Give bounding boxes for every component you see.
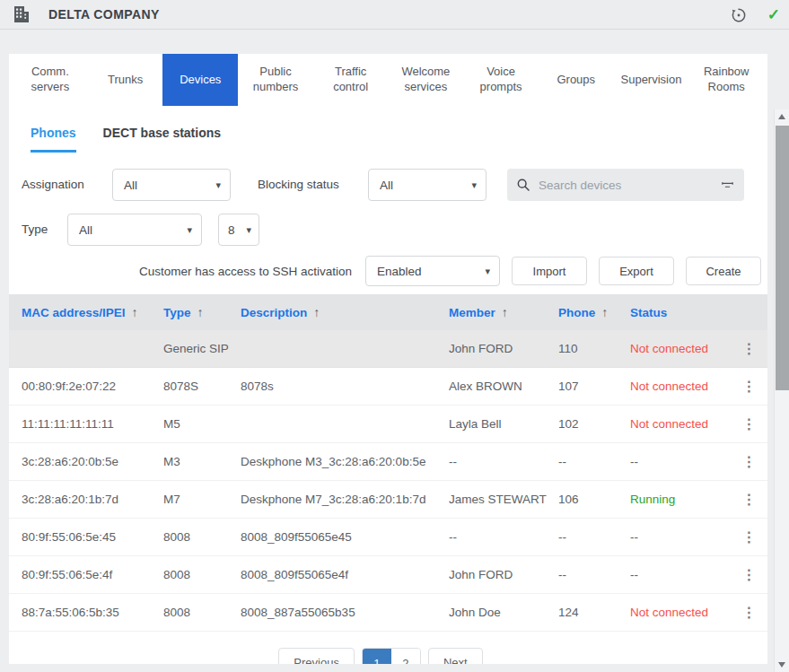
cell-member: --	[449, 455, 558, 468]
assignation-select[interactable]: All ▾	[112, 169, 231, 201]
chevron-down-icon: ▾	[187, 224, 192, 236]
import-button[interactable]: Import	[512, 257, 587, 285]
row-menu-kebab-icon[interactable]: ⋮	[742, 380, 757, 394]
tab-devices[interactable]: Devices	[162, 54, 238, 106]
page-number-group: 1 2	[362, 648, 421, 664]
cell-mac: 3c:28:a6:20:1b:7d	[22, 493, 163, 506]
row-menu-kebab-icon[interactable]: ⋮	[742, 455, 757, 469]
row-menu-kebab-icon[interactable]: ⋮	[742, 342, 757, 356]
column-header-phone[interactable]: Phone ↑	[558, 305, 630, 319]
cell-type: M7	[163, 493, 241, 506]
cell-mac: 80:9f:55:06:5e:4f	[22, 568, 163, 581]
tab-supervision[interactable]: Supervision	[614, 54, 689, 106]
sort-asc-icon: ↑	[132, 305, 138, 319]
table-row[interactable]: Generic SIP John FORD 110 Not connected …	[9, 330, 767, 368]
vertical-scrollbar[interactable]	[774, 109, 789, 672]
cell-member: James STEWART	[449, 493, 558, 506]
cell-description: 8008_809f55065e4f	[241, 568, 449, 581]
cell-description: 8008_887a55065b35	[241, 606, 449, 619]
cell-description: 8078s	[241, 380, 449, 393]
subtab-dect-base-stations[interactable]: DECT base stations	[103, 126, 221, 153]
ssh-activation-select[interactable]: Enabled ▾	[365, 256, 500, 286]
filter-icon[interactable]	[720, 178, 735, 193]
tab-voice-prompts[interactable]: Voice prompts	[463, 54, 539, 106]
column-header-mac[interactable]: MAC address/IPEI ↑	[22, 305, 163, 319]
table-row[interactable]: 3c:28:a6:20:1b:7d M7 Deskphone M7_3c:28:…	[9, 481, 767, 519]
tab-welcome-services[interactable]: Welcome services	[389, 54, 464, 106]
page-title: DELTA COMPANY	[48, 7, 160, 22]
type-label: Type	[22, 214, 48, 246]
cell-phone: --	[558, 455, 630, 468]
type-select[interactable]: All ▾	[67, 214, 202, 246]
page-1-button[interactable]: 1	[363, 649, 391, 664]
page-size-select[interactable]: 8 ▾	[218, 214, 259, 246]
search-input[interactable]	[539, 179, 720, 192]
tab-trunks[interactable]: Trunks	[88, 54, 163, 106]
devices-panel: Comm. servers Trunks Devices Public numb…	[9, 54, 767, 664]
page-2-button[interactable]: 2	[391, 649, 420, 664]
main-tab-bar: Comm. servers Trunks Devices Public numb…	[9, 54, 767, 106]
cell-type: M3	[163, 455, 241, 468]
table-row[interactable]: 80:9f:55:06:5e:4f 8008 8008_809f55065e4f…	[9, 556, 767, 594]
column-header-description[interactable]: Description ↑	[241, 305, 449, 319]
ssh-activation-value: Enabled	[377, 265, 422, 278]
sort-asc-icon: ↑	[502, 305, 508, 319]
export-button[interactable]: Export	[599, 257, 674, 285]
sort-asc-icon: ↑	[197, 305, 204, 319]
cell-mac: 11:11:11:11:11:11	[22, 417, 163, 431]
previous-page-button[interactable]: Previous	[278, 648, 355, 664]
status-badge: Not connected	[630, 606, 731, 619]
tab-groups[interactable]: Groups	[539, 54, 614, 106]
table-row[interactable]: 80:9f:55:06:5e:45 8008 8008_809f55065e45…	[9, 519, 767, 556]
column-header-member[interactable]: Member ↑	[449, 305, 558, 319]
cell-type: Generic SIP	[163, 342, 241, 355]
table-row[interactable]: 88:7a:55:06:5b:35 8008 8008_887a55065b35…	[9, 594, 767, 632]
search-box	[507, 169, 744, 201]
table-row[interactable]: 3c:28:a6:20:0b:5e M3 Deskphone M3_3c:28:…	[9, 443, 767, 481]
confirm-check-icon[interactable]: ✓	[767, 5, 780, 24]
blocking-status-value: All	[380, 179, 393, 192]
cell-description: 8008_809f55065e45	[241, 530, 449, 544]
cell-mac: 00:80:9f:2e:07:22	[22, 380, 163, 393]
status-badge: --	[630, 568, 731, 581]
tab-rainbow-rooms[interactable]: Rainbow Rooms	[688, 54, 764, 106]
top-bar: DELTA COMPANY ✓	[0, 0, 789, 30]
scrollbar-thumb[interactable]	[776, 126, 789, 390]
pagination: Previous 1 2 Next	[9, 648, 752, 664]
cell-member: John Doe	[449, 606, 558, 619]
status-badge: --	[630, 530, 731, 544]
table-row[interactable]: 11:11:11:11:11:11 M5 Layla Bell 102 Not …	[9, 406, 767, 443]
subtab-phones[interactable]: Phones	[31, 126, 76, 153]
next-page-button[interactable]: Next	[428, 648, 483, 664]
cell-type: 8008	[163, 568, 241, 581]
tab-comm-servers[interactable]: Comm. servers	[13, 54, 88, 106]
search-icon	[516, 178, 530, 192]
scroll-down-arrow-icon[interactable]	[778, 662, 785, 668]
status-badge: Not connected	[630, 342, 731, 355]
column-header-type[interactable]: Type ↑	[163, 305, 241, 319]
history-icon[interactable]	[730, 6, 748, 24]
cell-phone: 124	[558, 606, 630, 619]
table-row[interactable]: 00:80:9f:2e:07:22 8078S 8078s Alex BROWN…	[9, 368, 767, 406]
row-menu-kebab-icon[interactable]: ⋮	[742, 417, 757, 432]
chevron-down-icon: ▾	[246, 224, 251, 236]
cell-phone: 107	[558, 380, 630, 393]
cell-mac: 3c:28:a6:20:0b:5e	[22, 455, 163, 468]
row-menu-kebab-icon[interactable]: ⋮	[742, 568, 757, 582]
status-badge: Not connected	[630, 380, 731, 393]
blocking-status-select[interactable]: All ▾	[368, 169, 487, 201]
cell-phone: --	[558, 568, 630, 581]
assignation-label: Assignation	[22, 169, 84, 201]
row-menu-kebab-icon[interactable]: ⋮	[742, 493, 757, 507]
status-badge: --	[630, 455, 731, 468]
row-menu-kebab-icon[interactable]: ⋮	[742, 530, 757, 545]
tab-public-numbers[interactable]: Public numbers	[238, 54, 313, 106]
devices-table: MAC address/IPEI ↑ Type ↑ Description ↑ …	[9, 294, 767, 632]
sort-asc-icon: ↑	[313, 305, 320, 319]
scroll-up-arrow-icon[interactable]	[778, 114, 785, 119]
column-header-status[interactable]: Status	[630, 306, 731, 319]
create-button[interactable]: Create	[686, 257, 761, 285]
sort-asc-icon: ↑	[601, 305, 608, 319]
tab-traffic-control[interactable]: Traffic control	[313, 54, 389, 106]
row-menu-kebab-icon[interactable]: ⋮	[742, 606, 757, 620]
